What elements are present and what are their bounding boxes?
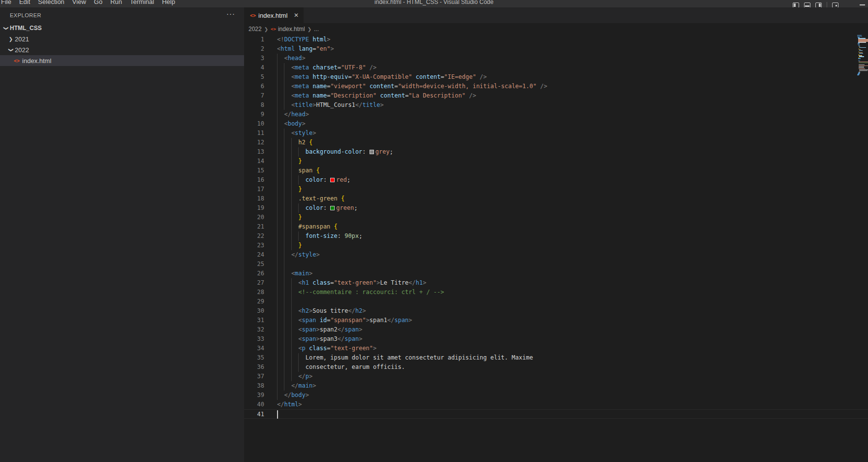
code-line[interactable]: 6<meta name="viewport" content="width=de… [244,82,868,91]
code-text: <span>span3</span> [298,334,362,344]
code-line[interactable]: 8<title>HTML_Cours1</title> [244,100,868,110]
code-line[interactable]: 9</head> [244,110,868,119]
menu-item-selection[interactable]: Selection [34,0,68,7]
breadcrumb-item-2022[interactable]: 2022 [248,26,262,33]
indent-guide [291,372,292,381]
code-line[interactable]: 1<!DOCTYPE html> [244,35,868,44]
toggle-secondary-sidebar-icon[interactable] [815,2,822,8]
line-number: 12 [244,138,264,147]
code-line[interactable]: 32<span>span2</span> [244,325,868,334]
line-number: 3 [244,54,264,63]
code-text: </html> [277,400,302,409]
menu-item-file[interactable]: File [0,0,15,7]
code-line[interactable]: 29 [244,297,868,306]
code-line[interactable]: 28<!--commentaire : raccourci: ctrl + / … [244,288,868,297]
indent-guide [284,241,284,250]
code-text: <meta http-equiv="X-UA-Compatible" conte… [291,72,487,82]
indent-guide [298,175,299,185]
css-color-swatch[interactable] [330,206,335,210]
code-line[interactable]: 23} [244,241,868,250]
code-line[interactable]: 40</html> [244,400,868,409]
indent-guide [284,325,284,334]
menu-bar: FileEditSelectionViewGoRunTerminalHelp [0,0,179,7]
indent-guide [291,363,292,372]
code-text: <head> [284,54,305,63]
minimize-icon[interactable] [860,4,865,5]
folder-item-html-css[interactable]: ❯HTML_CSS [0,23,244,33]
code-text: #spanspan { [298,222,338,231]
code-line[interactable]: 2<html lang="en"> [244,44,868,54]
code-line[interactable]: 27<h1 class="text-green">Le Titre</h1> [244,278,868,288]
indent-guide [277,241,278,250]
code-line[interactable]: 5<meta http-equiv="X-UA-Compatible" cont… [244,72,868,82]
indent-guide [291,185,292,194]
code-line[interactable]: 13background-color: grey; [244,147,868,157]
file-item-index-html[interactable]: <>index.html [0,55,244,66]
code-line[interactable]: 25 [244,260,868,269]
code-line[interactable]: 37</p> [244,372,868,381]
indent-guide [277,306,278,316]
code-line[interactable]: 15span { [244,166,868,175]
code-text: background-color: grey; [306,147,393,157]
tree-item-label: HTML_CSS [10,25,42,32]
code-line[interactable]: 20} [244,213,868,222]
toggle-panel-icon[interactable] [804,2,810,8]
folder-item-2021[interactable]: ❯2021 [0,33,244,44]
code-line[interactable]: 3<head> [244,54,868,63]
menu-item-help[interactable]: Help [158,0,179,7]
code-text: .text-green { [298,194,344,203]
code-line[interactable]: 4<meta charset="UTF-8" /> [244,63,868,72]
line-number: 18 [244,194,264,203]
code-line[interactable]: 35Lorem, ipsum dolor sit amet consectetu… [244,353,868,363]
code-line[interactable]: 22font-size: 90px; [244,231,868,241]
css-color-swatch[interactable] [330,178,335,182]
code-line[interactable]: 12h2 { [244,138,868,147]
customize-layout-icon[interactable] [832,2,838,8]
menu-item-edit[interactable]: Edit [15,0,34,7]
code-text: <span id="spanspan">span1</span> [298,316,412,325]
code-line[interactable]: 26<main> [244,269,868,278]
code-line[interactable]: 11<style> [244,129,868,138]
code-line[interactable]: 18.text-green { [244,194,868,203]
code-text: </head> [284,110,309,119]
code-line[interactable]: 31<span id="spanspan">span1</span> [244,316,868,325]
tab-close-icon[interactable]: ✕ [293,12,300,19]
menu-item-go[interactable]: Go [90,0,106,7]
css-color-swatch[interactable] [370,150,374,154]
indent-guide [277,63,278,72]
code-line[interactable]: 41 [244,409,868,419]
code-line[interactable]: 33<span>span3</span> [244,334,868,344]
code-line[interactable]: 39</body> [244,391,868,400]
toggle-primary-sidebar-icon[interactable] [793,2,799,8]
line-number: 11 [244,129,264,138]
code-line[interactable]: 24</style> [244,250,868,260]
indent-guide [291,297,292,306]
indent-guide [277,213,278,222]
code-line[interactable]: 10<body> [244,119,868,129]
code-text: h2 { [298,138,312,147]
code-editor[interactable]: 1<!DOCTYPE html>2<html lang="en">3<head>… [244,35,868,462]
code-line[interactable]: 19color: green; [244,203,868,213]
code-line[interactable]: 34<p class="text-green"> [244,344,868,353]
menu-item-terminal[interactable]: Terminal [126,0,158,7]
code-line[interactable]: 21#spanspan { [244,222,868,231]
code-line[interactable]: 16color: red; [244,175,868,185]
menu-item-view[interactable]: View [68,0,90,7]
line-number: 39 [244,391,264,400]
code-line[interactable]: 36consectetur, earum officiis. [244,363,868,372]
code-line[interactable]: 7<meta name="Description" content="La De… [244,91,868,100]
code-line[interactable]: 14} [244,157,868,166]
indent-guide [284,203,284,213]
breadcrumb-item--[interactable]: ... [314,26,319,33]
menu-item-run[interactable]: Run [106,0,126,7]
tab-index-html[interactable]: <> index.html ✕ [244,7,304,23]
code-line[interactable]: 17} [244,185,868,194]
tab-bar: <> index.html ✕ [244,7,868,23]
line-number: 35 [244,353,264,363]
indent-guide [277,325,278,334]
folder-item-2022[interactable]: ❯2022 [0,44,244,55]
explorer-more-actions-icon[interactable]: ··· [226,9,235,18]
code-line[interactable]: 30<h2>Sous titre</h2> [244,306,868,316]
code-line[interactable]: 38</main> [244,381,868,391]
breadcrumb-item-index-html[interactable]: <>index.html [271,26,305,33]
